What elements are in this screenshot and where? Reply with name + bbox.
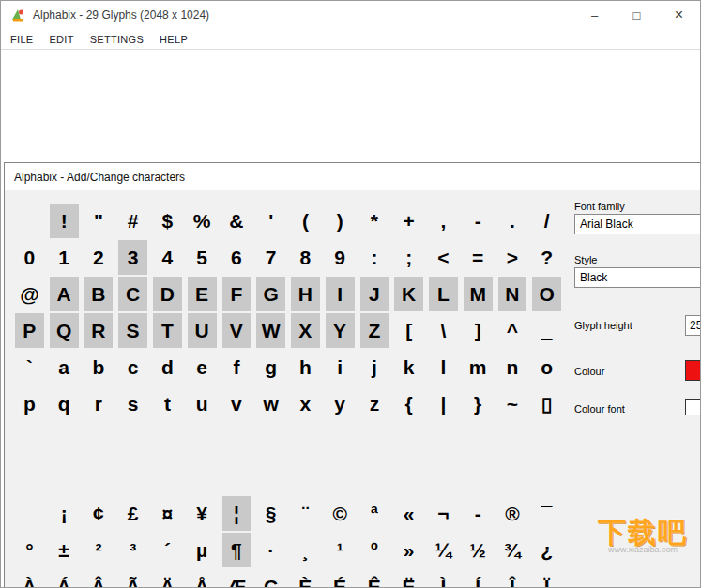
glyph-cell[interactable]: p	[12, 385, 47, 422]
glyph-cell[interactable]: Ã	[115, 568, 150, 588]
glyph-cell[interactable]: I	[323, 276, 358, 312]
glyph-cell[interactable]: r	[82, 385, 116, 422]
glyph-cell[interactable]: m	[461, 349, 495, 385]
glyph-cell[interactable]: Ë	[391, 568, 426, 588]
glyph-cell[interactable]: £	[115, 495, 150, 532]
glyph-cell[interactable]: n	[495, 349, 530, 385]
glyph-cell[interactable]: w	[253, 385, 288, 422]
glyph-cell[interactable]: -	[461, 495, 495, 532]
glyph-cell[interactable]: u	[185, 385, 220, 422]
glyph-cell[interactable]: ½	[461, 532, 495, 568]
glyph-cell[interactable]: f	[220, 349, 254, 385]
glyph-cell[interactable]: \	[426, 312, 461, 349]
glyph-cell[interactable]: ▯	[529, 385, 564, 422]
glyph-cell[interactable]: C	[115, 276, 150, 312]
glyph-cell[interactable]: ¼	[426, 532, 461, 568]
glyph-cell[interactable]: '	[253, 203, 288, 239]
glyph-cell[interactable]: y	[323, 385, 358, 422]
glyph-cell[interactable]: @	[12, 276, 47, 312]
glyph-cell[interactable]: ¬	[426, 495, 461, 532]
menu-settings[interactable]: SETTINGS	[90, 34, 144, 45]
glyph-cell[interactable]: 9	[323, 239, 358, 276]
glyph-cell[interactable]: Ï	[529, 568, 564, 588]
glyph-cell[interactable]: ~	[495, 385, 530, 422]
font-family-select[interactable]: Arial Black	[574, 214, 701, 234]
glyph-cell[interactable]: &	[220, 203, 254, 239]
glyph-cell[interactable]: %	[185, 203, 220, 239]
glyph-cell[interactable]: R	[82, 312, 116, 349]
glyph-cell[interactable]: !	[47, 203, 82, 239]
glyph-cell[interactable]: 3	[115, 239, 150, 276]
glyph-cell[interactable]: )	[323, 203, 358, 239]
glyph-cell[interactable]: j	[358, 349, 392, 385]
glyph-cell[interactable]: q	[47, 385, 82, 422]
glyph-cell[interactable]: 1	[47, 239, 82, 276]
glyph-cell[interactable]: $	[150, 203, 185, 239]
glyph-cell[interactable]: ·	[253, 532, 288, 568]
glyph-cell[interactable]: Ê	[358, 568, 392, 588]
glyph-cell[interactable]: F	[220, 276, 254, 312]
glyph-cell[interactable]: ®	[495, 495, 530, 532]
glyph-cell[interactable]: |	[426, 385, 461, 422]
glyph-cell[interactable]: a	[47, 349, 82, 385]
glyph-cell[interactable]: g	[253, 349, 288, 385]
glyph-cell[interactable]: c	[115, 349, 150, 385]
glyph-cell[interactable]: d	[150, 349, 185, 385]
glyph-cell[interactable]: Í	[461, 568, 495, 588]
glyph-cell[interactable]: Â	[82, 568, 116, 588]
menu-file[interactable]: FILE	[10, 34, 33, 45]
menu-help[interactable]: HELP	[160, 34, 188, 45]
glyph-cell[interactable]: :	[358, 239, 392, 276]
glyph-cell[interactable]: e	[185, 349, 220, 385]
glyph-cell[interactable]: }	[461, 385, 495, 422]
glyph-cell[interactable]: `	[12, 349, 47, 385]
glyph-cell[interactable]: ¥	[185, 495, 220, 532]
glyph-cell[interactable]: -	[461, 203, 495, 239]
glyph-cell[interactable]: K	[391, 276, 426, 312]
glyph-cell[interactable]: ¡	[47, 495, 82, 532]
glyph-cell[interactable]: P	[12, 312, 47, 349]
glyph-cell[interactable]: ´	[150, 532, 185, 568]
glyph-cell[interactable]: ¸	[288, 532, 323, 568]
glyph-cell[interactable]: ?	[529, 239, 564, 276]
glyph-cell[interactable]: S	[115, 312, 150, 349]
glyph-cell[interactable]: ¤	[150, 495, 185, 532]
glyph-cell[interactable]: s	[115, 385, 150, 422]
glyph-cell[interactable]: /	[529, 203, 564, 239]
glyph-cell[interactable]: ¹	[323, 532, 358, 568]
glyph-cell[interactable]: M	[461, 276, 495, 312]
glyph-cell[interactable]: O	[529, 276, 564, 312]
glyph-cell[interactable]: W	[253, 312, 288, 349]
glyph-cell[interactable]: _	[529, 312, 564, 349]
glyph-cell[interactable]: ¯	[529, 495, 564, 532]
glyph-cell[interactable]: =	[461, 239, 495, 276]
menu-edit[interactable]: EDIT	[49, 34, 73, 45]
minimize-button[interactable]: –	[573, 1, 616, 29]
glyph-cell[interactable]: À	[12, 568, 47, 588]
glyph-cell[interactable]: J	[358, 276, 392, 312]
glyph-cell[interactable]: .	[495, 203, 530, 239]
glyph-cell[interactable]: ,	[426, 203, 461, 239]
glyph-cell[interactable]: 2	[82, 239, 116, 276]
glyph-cell[interactable]: É	[323, 568, 358, 588]
glyph-cell[interactable]: Y	[323, 312, 358, 349]
glyph-cell[interactable]: º	[358, 532, 392, 568]
glyph-cell[interactable]: E	[185, 276, 220, 312]
glyph-cell[interactable]: U	[185, 312, 220, 349]
glyph-cell[interactable]: >	[495, 239, 530, 276]
glyph-cell[interactable]: ¿	[529, 532, 564, 568]
glyph-cell[interactable]: i	[323, 349, 358, 385]
glyph-cell[interactable]: 4	[150, 239, 185, 276]
glyph-cell[interactable]: ª	[358, 495, 392, 532]
glyph-cell[interactable]: Æ	[220, 568, 254, 588]
glyph-cell[interactable]: µ	[185, 532, 220, 568]
glyph-cell[interactable]: ¶	[220, 532, 254, 568]
glyph-cell[interactable]: b	[82, 349, 116, 385]
glyph-cell[interactable]: ;	[391, 239, 426, 276]
glyph-cell[interactable]: ±	[47, 532, 82, 568]
glyph-cell[interactable]: N	[495, 276, 530, 312]
glyph-cell[interactable]: [	[391, 312, 426, 349]
glyph-cell[interactable]: 6	[220, 239, 254, 276]
glyph-cell[interactable]: ^	[495, 312, 530, 349]
glyph-cell[interactable]: X	[288, 312, 323, 349]
